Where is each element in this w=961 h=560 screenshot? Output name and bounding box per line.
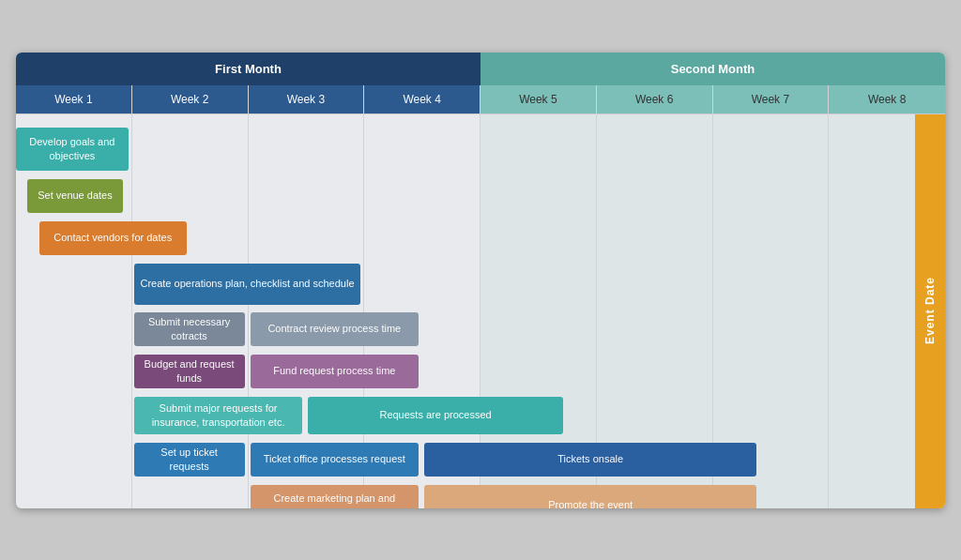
week-8: Week 8	[829, 85, 945, 114]
week-3: Week 3	[249, 85, 365, 114]
bar-ticket-office: Ticket office processes request	[251, 443, 419, 477]
bar-contract-review: Contract review process time	[251, 312, 419, 346]
bar-requests-processed: Requests are processed	[308, 397, 562, 434]
week-4: Week 4	[364, 85, 480, 114]
bar-fund-request: Fund request process time	[251, 355, 419, 388]
chart-body: Event Date Develop goals and objectives …	[16, 114, 945, 508]
bar-budget-funds: Budget and request funds	[134, 355, 245, 388]
event-date-label: Event Date	[923, 277, 937, 344]
row-8: Set up ticket requests Ticket office pro…	[16, 443, 945, 480]
week-1: Week 1	[16, 85, 132, 114]
bar-submit-requests: Submit major requests for insurance, tra…	[134, 397, 303, 434]
bar-setup-ticket: Set up ticket requests	[134, 443, 245, 477]
week-5: Week 5	[480, 85, 597, 114]
bar-operations-plan: Create operations plan, checklist and sc…	[134, 264, 361, 305]
bar-submit-contracts: Submit necessary cotracts	[134, 312, 245, 346]
row-9: Create marketing plan and materials Prom…	[16, 485, 945, 508]
month-first: First Month	[16, 53, 480, 85]
row-4: Create operations plan, checklist and sc…	[16, 264, 945, 307]
bar-promote-event: Promote the event	[424, 485, 756, 508]
bar-develop-goals: Develop goals and objectives	[16, 128, 129, 171]
row-5: Submit necessary cotracts Contract revie…	[16, 312, 945, 350]
row-1: Develop goals and objectives	[16, 128, 945, 174]
week-2: Week 2	[132, 85, 249, 114]
month-header-row: First Month Second Month	[16, 53, 945, 85]
bar-set-venue: Set venue dates	[27, 179, 122, 213]
bar-tickets-onsale: Tickets onsale	[424, 443, 756, 477]
bar-contact-vendors: Contact vendors for dates	[39, 221, 187, 255]
row-7: Submit major requests for insurance, tra…	[16, 397, 945, 438]
week-header-row: Week 1 Week 2 Week 3 Week 4 Week 5 Week …	[16, 85, 945, 114]
row-2: Set venue dates	[16, 179, 945, 217]
week-7: Week 7	[713, 85, 830, 114]
row-6: Budget and request funds Fund request pr…	[16, 355, 945, 392]
row-3: Contact vendors for dates	[16, 221, 945, 259]
week-6: Week 6	[597, 85, 713, 114]
month-second: Second Month	[480, 53, 945, 85]
gantt-chart: First Month Second Month Week 1 Week 2 W…	[16, 53, 945, 508]
event-date-bar: Event Date	[915, 114, 945, 508]
bar-marketing-plan: Create marketing plan and materials	[251, 485, 419, 508]
